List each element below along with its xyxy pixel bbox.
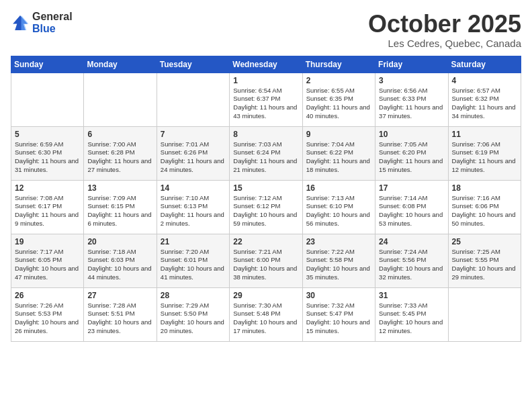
day-info: Sunrise: 7:05 AM Sunset: 6:20 PM Dayligh… [379,140,444,175]
calendar-cell: 9Sunrise: 7:04 AM Sunset: 6:22 PM Daylig… [302,126,375,180]
calendar-cell: 29Sunrise: 7:30 AM Sunset: 5:48 PM Dayli… [230,287,302,341]
day-number: 29 [233,291,298,300]
calendar-cell: 22Sunrise: 7:21 AM Sunset: 6:00 PM Dayli… [230,234,302,287]
day-info: Sunrise: 7:16 AM Sunset: 6:06 PM Dayligh… [452,194,517,228]
calendar-cell: 16Sunrise: 7:13 AM Sunset: 6:10 PM Dayli… [302,180,375,234]
month-title: October 2025 [368,11,521,38]
day-number: 13 [87,183,152,193]
day-info: Sunrise: 7:18 AM Sunset: 6:03 PM Dayligh… [87,248,152,282]
day-number: 7 [161,130,226,139]
week-row-5: 26Sunrise: 7:26 AM Sunset: 5:53 PM Dayli… [11,287,521,341]
day-number: 25 [452,237,517,246]
page-header: General Blue October 2025 Les Cedres, Qu… [11,11,521,49]
day-info: Sunrise: 7:22 AM Sunset: 5:58 PM Dayligh… [306,248,371,282]
weekday-header-sunday: Sunday [11,56,84,73]
day-info: Sunrise: 7:20 AM Sunset: 6:01 PM Dayligh… [161,248,226,282]
day-info: Sunrise: 7:24 AM Sunset: 5:56 PM Dayligh… [379,248,444,282]
weekday-header-wednesday: Wednesday [230,56,302,73]
day-info: Sunrise: 7:32 AM Sunset: 5:47 PM Dayligh… [306,302,371,336]
calendar-cell: 18Sunrise: 7:16 AM Sunset: 6:06 PM Dayli… [448,180,521,234]
calendar-cell [157,73,229,126]
day-number: 2 [306,76,371,85]
day-info: Sunrise: 7:25 AM Sunset: 5:55 PM Dayligh… [452,248,517,282]
day-number: 24 [379,237,444,246]
week-row-3: 12Sunrise: 7:08 AM Sunset: 6:17 PM Dayli… [11,180,521,234]
calendar-cell: 17Sunrise: 7:14 AM Sunset: 6:08 PM Dayli… [375,180,448,234]
calendar-cell: 31Sunrise: 7:33 AM Sunset: 5:45 PM Dayli… [375,287,448,341]
calendar-cell: 5Sunrise: 6:59 AM Sunset: 6:30 PM Daylig… [11,126,84,180]
day-number: 11 [452,130,517,139]
weekday-header-saturday: Saturday [448,56,521,73]
calendar-cell: 4Sunrise: 6:57 AM Sunset: 6:32 PM Daylig… [448,73,521,126]
day-info: Sunrise: 7:10 AM Sunset: 6:13 PM Dayligh… [161,194,226,228]
calendar-cell: 20Sunrise: 7:18 AM Sunset: 6:03 PM Dayli… [84,234,157,287]
day-info: Sunrise: 7:09 AM Sunset: 6:15 PM Dayligh… [87,194,152,228]
calendar-cell: 28Sunrise: 7:29 AM Sunset: 5:50 PM Dayli… [157,287,229,341]
calendar-cell [11,73,84,126]
calendar-cell: 19Sunrise: 7:17 AM Sunset: 6:05 PM Dayli… [11,234,84,287]
day-info: Sunrise: 7:26 AM Sunset: 5:53 PM Dayligh… [15,302,80,336]
day-info: Sunrise: 7:01 AM Sunset: 6:26 PM Dayligh… [161,140,226,175]
calendar-cell: 8Sunrise: 7:03 AM Sunset: 6:24 PM Daylig… [230,126,302,180]
day-number: 28 [161,291,226,300]
weekday-header-friday: Friday [375,56,448,73]
calendar-cell: 6Sunrise: 7:00 AM Sunset: 6:28 PM Daylig… [84,126,157,180]
day-number: 9 [306,130,371,139]
day-info: Sunrise: 7:03 AM Sunset: 6:24 PM Dayligh… [233,140,298,175]
day-info: Sunrise: 6:57 AM Sunset: 6:32 PM Dayligh… [452,87,517,121]
week-row-4: 19Sunrise: 7:17 AM Sunset: 6:05 PM Dayli… [11,234,521,287]
day-info: Sunrise: 7:14 AM Sunset: 6:08 PM Dayligh… [379,194,444,228]
logo-text: General Blue [32,11,73,34]
title-block: October 2025 Les Cedres, Quebec, Canada [368,11,521,49]
weekday-header-tuesday: Tuesday [157,56,229,73]
calendar: SundayMondayTuesdayWednesdayThursdayFrid… [11,56,521,342]
day-number: 1 [233,76,298,85]
day-number: 5 [15,130,80,139]
week-row-1: 1Sunrise: 6:54 AM Sunset: 6:37 PM Daylig… [11,73,521,126]
week-row-2: 5Sunrise: 6:59 AM Sunset: 6:30 PM Daylig… [11,126,521,180]
day-number: 26 [15,291,80,300]
location: Les Cedres, Quebec, Canada [368,38,521,49]
day-number: 19 [15,237,80,246]
day-info: Sunrise: 7:08 AM Sunset: 6:17 PM Dayligh… [15,194,80,228]
day-number: 10 [379,130,444,139]
calendar-cell [448,287,521,341]
calendar-cell: 11Sunrise: 7:06 AM Sunset: 6:19 PM Dayli… [448,126,521,180]
logo: General Blue [11,11,73,34]
logo-icon [11,13,30,32]
day-number: 30 [306,291,371,300]
calendar-cell: 25Sunrise: 7:25 AM Sunset: 5:55 PM Dayli… [448,234,521,287]
day-info: Sunrise: 7:30 AM Sunset: 5:48 PM Dayligh… [233,302,298,336]
calendar-cell: 27Sunrise: 7:28 AM Sunset: 5:51 PM Dayli… [84,287,157,341]
day-number: 27 [87,291,152,300]
calendar-cell: 23Sunrise: 7:22 AM Sunset: 5:58 PM Dayli… [302,234,375,287]
calendar-cell: 2Sunrise: 6:55 AM Sunset: 6:35 PM Daylig… [302,73,375,126]
calendar-cell: 30Sunrise: 7:32 AM Sunset: 5:47 PM Dayli… [302,287,375,341]
calendar-cell: 7Sunrise: 7:01 AM Sunset: 6:26 PM Daylig… [157,126,229,180]
day-number: 31 [379,291,444,300]
calendar-cell: 1Sunrise: 6:54 AM Sunset: 6:37 PM Daylig… [230,73,302,126]
day-number: 14 [161,183,226,193]
day-number: 3 [379,76,444,85]
day-number: 16 [306,183,371,193]
calendar-cell: 12Sunrise: 7:08 AM Sunset: 6:17 PM Dayli… [11,180,84,234]
day-info: Sunrise: 7:21 AM Sunset: 6:00 PM Dayligh… [233,248,298,282]
day-number: 17 [379,183,444,193]
day-info: Sunrise: 7:17 AM Sunset: 6:05 PM Dayligh… [15,248,80,282]
day-number: 8 [233,130,298,139]
day-number: 4 [452,76,517,85]
calendar-cell: 21Sunrise: 7:20 AM Sunset: 6:01 PM Dayli… [157,234,229,287]
day-info: Sunrise: 6:59 AM Sunset: 6:30 PM Dayligh… [15,140,80,175]
day-number: 15 [233,183,298,193]
calendar-cell: 10Sunrise: 7:05 AM Sunset: 6:20 PM Dayli… [375,126,448,180]
calendar-cell: 3Sunrise: 6:56 AM Sunset: 6:33 PM Daylig… [375,73,448,126]
day-info: Sunrise: 7:06 AM Sunset: 6:19 PM Dayligh… [452,140,517,175]
day-number: 22 [233,237,298,246]
calendar-cell: 15Sunrise: 7:12 AM Sunset: 6:12 PM Dayli… [230,180,302,234]
logo-blue: Blue [32,23,73,35]
calendar-cell: 26Sunrise: 7:26 AM Sunset: 5:53 PM Dayli… [11,287,84,341]
calendar-cell [84,73,157,126]
calendar-cell: 14Sunrise: 7:10 AM Sunset: 6:13 PM Dayli… [157,180,229,234]
day-info: Sunrise: 7:33 AM Sunset: 5:45 PM Dayligh… [379,302,444,336]
day-info: Sunrise: 7:13 AM Sunset: 6:10 PM Dayligh… [306,194,371,228]
